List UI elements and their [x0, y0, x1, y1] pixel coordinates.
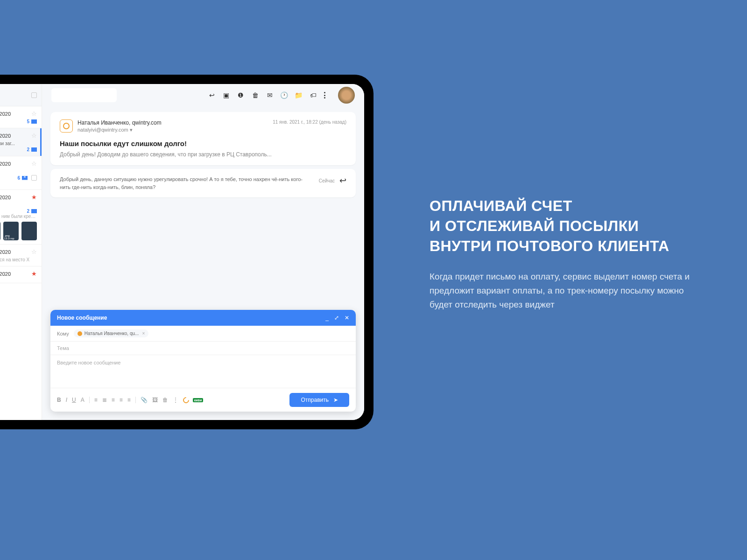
close-icon[interactable]: ✕ [345, 315, 349, 321]
composer-footer: B I U A ≡ ≣ ≡ ≡ ≡ 📎 🖼 [50, 388, 356, 412]
sender-email: natalyivi@qwintry.com ▾ [78, 127, 162, 133]
bold-icon[interactable]: B [57, 397, 61, 403]
italic-icon[interactable]: I [66, 397, 67, 403]
list-ul-icon[interactable]: ≡ [94, 397, 98, 403]
mail-item[interactable]: 12.12.2020☆двигайся на место X [0, 245, 42, 266]
sender-name: Наталья Иванченко, qwintry.com [78, 119, 162, 126]
delete-icon[interactable]: 🗑 [252, 92, 259, 99]
composer-title: Новое сообщение [57, 315, 107, 321]
select-all-checkbox[interactable] [31, 92, 37, 98]
toolbar: ↩ ▣ ❶ 🗑 ✉ 🕐 📁 🏷 [42, 84, 364, 106]
composer-to-row[interactable]: Кому Наталья Иванченко, qu... × [50, 326, 356, 342]
align-left-icon[interactable]: ≡ [112, 397, 115, 403]
expand-icon[interactable]: ⤢ [334, 315, 339, 321]
mail-item[interactable]: 12.12.2020★ [0, 266, 42, 283]
mail-item[interactable]: 12.12.2020★ы2лась, с ним были крепил фот… [0, 190, 42, 245]
reply-text: Добрый день, данную ситуацию нужно урегу… [60, 175, 310, 191]
attach-icon[interactable]: 📎 [141, 397, 148, 403]
main-pane: ↩ ▣ ❶ 🗑 ✉ 🕐 📁 🏷 [42, 84, 364, 420]
composer-subject[interactable]: Тема [50, 342, 356, 355]
reply-time: Сейчас [319, 178, 335, 183]
reply-icon[interactable]: ↩ [208, 92, 215, 99]
message-preview: Добрый день! Доводим до вашего сведения,… [60, 151, 346, 158]
tablet-frame: 12.12.2020☆512.12.2020☆, что при заг...2… [0, 75, 374, 429]
underline-icon[interactable]: U [72, 397, 76, 403]
archive-icon[interactable]: ▣ [223, 92, 230, 99]
mail-item[interactable]: 12.12.2020☆5 [0, 106, 42, 128]
promo-block: ОПЛАЧИВАЙ СЧЕТИ ОТСЛЕЖИВАЙ ПОСЫЛКИ ВНУТР… [430, 196, 700, 312]
image-icon[interactable]: 🖼 [152, 397, 158, 403]
mail-item[interactable]: 12.12.2020☆ылку!6бе. [0, 156, 42, 190]
send-arrow-icon: ➤ [333, 397, 338, 403]
search-input[interactable] [51, 88, 117, 102]
send-label: Отправить [301, 397, 329, 403]
list-header [0, 84, 42, 106]
message-subject: Наши посылки едут слишком долго! [60, 140, 346, 147]
message-card: Наталья Иванченко, qwintry.com natalyivi… [50, 112, 356, 165]
recipient-chip[interactable]: Наталья Иванченко, qu... × [74, 329, 149, 337]
app-screen: 12.12.2020☆512.12.2020☆, что при заг...2… [0, 84, 364, 420]
chip-label: Наталья Иванченко, qu... [85, 331, 139, 336]
more-format-icon[interactable]: ⋮ [173, 397, 178, 403]
composer-body[interactable]: Введите новое сообщение [50, 355, 356, 388]
qiwi-badge[interactable]: киви [193, 398, 203, 402]
color-icon[interactable]: A [81, 397, 85, 403]
trash-icon[interactable]: 🗑 [162, 397, 168, 403]
qwintry-track-icon[interactable] [182, 396, 190, 404]
clock-icon[interactable]: 🕐 [281, 92, 288, 99]
list-ol-icon[interactable]: ≣ [102, 397, 107, 403]
mail-item[interactable]: 12.12.2020☆, что при заг...2 [0, 128, 42, 156]
sender-avatar [60, 119, 73, 133]
reply-arrow-icon[interactable]: ↩ [339, 175, 346, 186]
reply-preview: Добрый день, данную ситуацию нужно урегу… [50, 169, 356, 197]
minimize-icon[interactable]: _ [325, 315, 329, 321]
mail-icon[interactable]: ✉ [266, 92, 273, 99]
chip-remove-icon[interactable]: × [142, 331, 145, 336]
promo-title: ОПЛАЧИВАЙ СЧЕТИ ОТСЛЕЖИВАЙ ПОСЫЛКИ ВНУТР… [430, 196, 700, 257]
message-date: 11 янв. 2021 г., 18:22 (день назад) [273, 119, 346, 125]
format-toolbar: B I U A ≡ ≣ ≡ ≡ ≡ 📎 🖼 [57, 397, 203, 403]
info-icon[interactable]: ❶ [237, 92, 244, 99]
composer-header: Новое сообщение _ ⤢ ✕ [50, 310, 356, 326]
user-avatar[interactable] [338, 87, 355, 104]
align-center-icon[interactable]: ≡ [120, 397, 123, 403]
promo-text: Когда придет письмо на оплату, сервис вы… [430, 270, 700, 312]
send-button[interactable]: Отправить ➤ [289, 393, 349, 407]
mail-list: 12.12.2020☆512.12.2020☆, что при заг...2… [0, 84, 42, 420]
label-icon[interactable]: 🏷 [310, 92, 317, 99]
to-label: Кому [57, 331, 69, 336]
composer: Новое сообщение _ ⤢ ✕ Кому Наталья Иванч… [50, 310, 356, 412]
align-right-icon[interactable]: ≡ [127, 397, 131, 403]
chip-avatar-icon [78, 331, 82, 336]
more-icon[interactable] [324, 92, 326, 98]
folder-icon[interactable]: 📁 [295, 92, 302, 99]
